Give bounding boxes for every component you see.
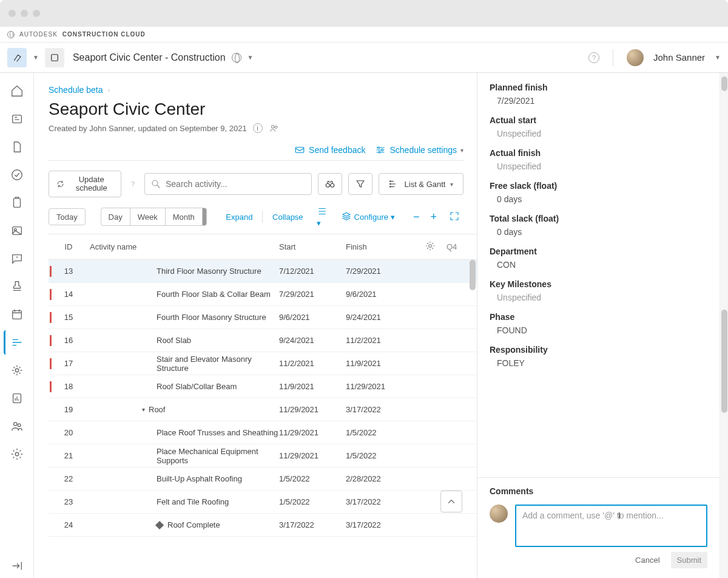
col-id[interactable]: ID bbox=[53, 242, 84, 251]
window-min-dot[interactable] bbox=[21, 10, 28, 17]
svg-rect-1 bbox=[12, 115, 21, 123]
brand-product: CONSTRUCTION CLOUD bbox=[62, 31, 146, 38]
svg-point-13 bbox=[275, 126, 277, 129]
svg-rect-0 bbox=[52, 54, 58, 61]
collapse-button[interactable]: Collapse bbox=[269, 212, 307, 222]
cancel-button[interactable]: Cancel bbox=[629, 552, 666, 568]
panel-scrollbar[interactable] bbox=[720, 73, 728, 578]
nav-schedule[interactable] bbox=[4, 330, 28, 355]
range-month[interactable]: Month bbox=[166, 208, 203, 225]
send-feedback-link[interactable]: Send feedback bbox=[294, 144, 365, 155]
scroll-up-button[interactable] bbox=[440, 491, 462, 512]
quarter-label: Q4 bbox=[447, 242, 477, 251]
window-close-dot[interactable] bbox=[8, 10, 16, 17]
svg-point-12 bbox=[271, 126, 274, 129]
field-label: Actual finish bbox=[490, 148, 707, 158]
nav-settings[interactable] bbox=[5, 442, 29, 466]
submit-button[interactable]: Submit bbox=[671, 552, 707, 568]
table-row[interactable]: 22Built-Up Asphalt Roofing1/5/20222/28/2… bbox=[49, 467, 477, 491]
project-title[interactable]: Seaport Civic Center - Construction bbox=[73, 52, 226, 63]
nav-approvals[interactable] bbox=[5, 163, 29, 187]
project-caret-icon[interactable]: ▼ bbox=[248, 54, 254, 61]
nav-stamp[interactable] bbox=[5, 274, 29, 299]
table-row[interactable]: 16Roof Slab9/24/202111/2/2021 bbox=[49, 329, 477, 352]
info-icon[interactable]: i bbox=[253, 123, 263, 133]
table-row[interactable]: 18Roof Slab/Collar Beam11/9/202111/29/20… bbox=[49, 375, 477, 398]
binoculars-button[interactable] bbox=[318, 173, 342, 195]
field-value: Unspecified bbox=[490, 293, 707, 302]
table-row[interactable]: 20Place Roof Trusses and Sheathing11/29/… bbox=[49, 421, 477, 444]
nav-reports[interactable] bbox=[5, 386, 29, 410]
configure-button[interactable]: Configure ▾ bbox=[337, 211, 399, 222]
svg-point-20 bbox=[331, 183, 334, 187]
list-density-button[interactable]: ▾ bbox=[313, 206, 331, 228]
table-row[interactable]: 24Roof Complete3/17/20223/17/2022 bbox=[49, 514, 477, 537]
svg-point-22 bbox=[389, 183, 391, 185]
range-day[interactable]: Day bbox=[101, 208, 130, 225]
nav-assets[interactable] bbox=[5, 358, 29, 382]
svg-point-7 bbox=[15, 369, 19, 372]
nav-photos[interactable] bbox=[5, 219, 29, 243]
table-row[interactable]: 14Fourth Floor Slab & Collar Beam7/29/20… bbox=[49, 283, 477, 306]
field-label: Responsibility bbox=[490, 345, 707, 355]
filter-button[interactable] bbox=[348, 173, 372, 195]
help-icon[interactable]: ? bbox=[588, 52, 599, 63]
view-mode-label: List & Gantt bbox=[405, 180, 446, 189]
send-feedback-label: Send feedback bbox=[309, 145, 365, 155]
breadcrumb-schedule[interactable]: Schedule beta bbox=[49, 85, 103, 95]
table-row[interactable]: 23Felt and Tile Roofing1/5/20223/17/2022 bbox=[49, 491, 477, 514]
chevron-right-icon: › bbox=[108, 86, 110, 93]
zoom-in-button[interactable]: + bbox=[428, 211, 440, 223]
table-row[interactable]: 15Fourth Floor Masonry Structure9/6/2021… bbox=[49, 306, 477, 329]
user-name[interactable]: John Sanner bbox=[653, 52, 705, 63]
gear-icon[interactable] bbox=[425, 240, 447, 253]
zoom-out-button[interactable]: − bbox=[411, 211, 422, 223]
update-schedule-button[interactable]: Update schedule bbox=[49, 171, 121, 197]
svg-point-10 bbox=[18, 424, 21, 427]
chevron-down-icon[interactable]: ▾ bbox=[142, 406, 145, 413]
nav-files[interactable] bbox=[5, 135, 29, 159]
range-week[interactable]: Week bbox=[130, 208, 166, 225]
svg-point-16 bbox=[382, 149, 383, 151]
search-input[interactable] bbox=[144, 173, 312, 195]
nav-home[interactable] bbox=[5, 79, 29, 103]
table-row[interactable]: 21Place Mechanical Equipment Supports11/… bbox=[49, 444, 477, 467]
range-segment: DayWeekMonthQuarterYear bbox=[101, 208, 207, 226]
search-icon bbox=[150, 178, 161, 191]
comments-heading: Comments bbox=[490, 486, 707, 496]
user-avatar[interactable] bbox=[627, 49, 644, 66]
nav-sheets[interactable] bbox=[5, 107, 29, 131]
table-row[interactable]: 19▾Roof11/29/20213/17/2022 bbox=[49, 398, 477, 421]
fullscreen-button[interactable] bbox=[445, 211, 463, 223]
globe-icon bbox=[232, 53, 241, 63]
svg-point-2 bbox=[12, 170, 22, 180]
col-finish[interactable]: Finish bbox=[346, 242, 425, 251]
page-title: Seaport Civic Center bbox=[49, 100, 477, 119]
members-icon[interactable] bbox=[269, 123, 280, 134]
gantt-scrollbar[interactable] bbox=[470, 260, 476, 290]
app-switcher-caret-icon[interactable]: ▼ bbox=[33, 54, 39, 61]
table-row[interactable]: 17Stair and Elevator Masonry Structure11… bbox=[49, 352, 477, 375]
help-small-icon[interactable]: ? bbox=[127, 178, 138, 189]
comment-input[interactable]: Add a comment, use '@' to mention... I bbox=[515, 505, 707, 547]
today-button[interactable]: Today bbox=[49, 208, 86, 225]
window-max-dot[interactable] bbox=[33, 10, 40, 17]
nav-collapse[interactable] bbox=[5, 554, 29, 578]
detail-panel: Planned finish7/29/2021Actual startUnspe… bbox=[477, 73, 720, 578]
user-caret-icon[interactable]: ▼ bbox=[715, 54, 721, 61]
schedule-settings-link[interactable]: Schedule settings ▾ bbox=[375, 144, 463, 155]
nav-calendar[interactable] bbox=[5, 302, 29, 327]
col-start[interactable]: Start bbox=[279, 242, 346, 251]
divider bbox=[613, 49, 613, 66]
app-switcher-button[interactable] bbox=[7, 48, 27, 67]
range-quarter[interactable]: Quarter bbox=[203, 208, 207, 225]
col-activity-name[interactable]: Activity name bbox=[84, 242, 279, 251]
field-label: Key Milestones bbox=[490, 279, 707, 289]
project-icon[interactable] bbox=[45, 48, 64, 67]
nav-members[interactable] bbox=[5, 414, 29, 438]
nav-forms[interactable] bbox=[5, 191, 29, 215]
expand-button[interactable]: Expand bbox=[222, 212, 256, 222]
view-mode-button[interactable]: List & Gantt ▾ bbox=[379, 173, 463, 195]
nav-issues[interactable] bbox=[5, 246, 29, 271]
table-row[interactable]: 13Third Floor Masonry Structure7/12/2021… bbox=[49, 260, 477, 283]
